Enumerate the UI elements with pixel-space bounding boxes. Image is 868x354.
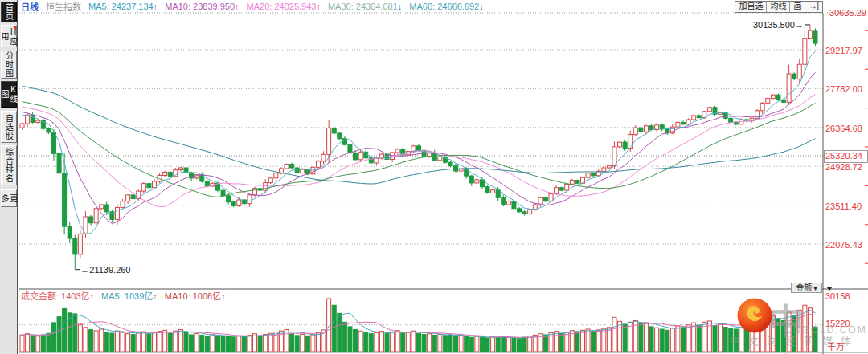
volume-bar [305, 336, 309, 352]
sidebar-tab-label: 综合排名 [5, 148, 14, 183]
ma-readout: MA60: 24666.692↓ [409, 2, 483, 11]
sidebar-tab-自选股[interactable]: 自选股 [1, 111, 17, 143]
volume-bar [342, 322, 346, 352]
volume-bar [750, 328, 754, 352]
sidebar-tab-更多[interactable]: 更多 [1, 189, 17, 207]
sidebar-tab-label: 首页 [5, 3, 14, 21]
candle-body [639, 128, 643, 132]
volume-bar [385, 333, 389, 352]
high-price-annotation: 30135.500→ [746, 20, 804, 30]
volume-bar [379, 332, 383, 352]
sidebar-tab-首页[interactable]: 首页 [1, 2, 17, 22]
sidebar-tab-label: K线图 [0, 82, 18, 107]
volume-bar [575, 332, 579, 352]
candle-body [321, 154, 326, 161]
candle-body [707, 108, 711, 112]
candle-body [68, 226, 72, 238]
sidebar-tab-分时图[interactable]: 分时图 [1, 51, 17, 79]
volume-bar [432, 335, 436, 352]
candle-body [618, 142, 622, 147]
collapse-panel-button[interactable]: →| [805, 2, 822, 12]
period-label[interactable]: 日线 [21, 0, 39, 13]
candle-body [592, 173, 596, 176]
price-axis-label: 23511.40 [825, 201, 862, 211]
draw-button[interactable]: 画 [789, 2, 805, 12]
candle-body [63, 173, 67, 226]
candle-body [469, 176, 473, 183]
candle-body [237, 200, 241, 205]
volume-bar [559, 333, 563, 352]
candle-body [375, 158, 379, 163]
volume-bar [285, 329, 289, 352]
volume-bar [375, 332, 379, 352]
candle-body [803, 39, 807, 65]
volume-bar [518, 339, 522, 352]
volume-bar [528, 336, 532, 352]
ma-readout: MA30: 24304.081↓ [328, 2, 402, 11]
volume-bar [729, 328, 733, 352]
candle-body [221, 190, 225, 196]
candle-body [485, 187, 489, 193]
candle-body [502, 197, 506, 205]
volume-bar [448, 335, 452, 352]
candle-body [36, 120, 40, 122]
volume-bar [465, 336, 469, 352]
candle-body [51, 132, 55, 153]
candle-body [163, 172, 167, 175]
sidebar-tab-K线图[interactable]: K线图 [1, 81, 17, 108]
ma-readout: MA10: 23839.950↑ [165, 2, 239, 11]
sidebar-tab-H应用[interactable]: H应用 [1, 25, 17, 47]
candle-body [290, 165, 294, 168]
candle-body [316, 161, 320, 167]
candle-body [178, 168, 182, 170]
price-axis-label: 22075.43 [825, 240, 862, 250]
price-axis-top-label: 30635.29 [825, 8, 866, 18]
volume-axis-max-label: 30158 [825, 291, 850, 301]
volume-bar [787, 312, 791, 352]
candle-body [670, 127, 674, 133]
amount-selector-label: 金额 [796, 283, 812, 292]
candle-body [100, 205, 104, 209]
dropdown-caret-icon: ▾ [812, 285, 817, 292]
volume-bar [596, 330, 600, 352]
volume-bar [713, 326, 717, 352]
candle-body [518, 209, 522, 212]
volume-bar [502, 336, 506, 352]
volume-bar [31, 336, 35, 352]
candle-body [395, 149, 399, 153]
volume-bar [665, 330, 669, 352]
price-marker-tag[interactable]: 25320.34 [824, 150, 868, 163]
candle-body [555, 188, 559, 194]
candle-body [559, 188, 563, 190]
volume-ma-readout: MA5: 1039亿↑ [101, 289, 158, 298]
volume-bar [438, 334, 442, 352]
volume-bar [205, 336, 209, 352]
low-price-annotation: ←21139.260 [80, 265, 130, 275]
volume-bar [242, 337, 246, 352]
sidebar-tab-综合排名[interactable]: 综合排名 [1, 145, 17, 185]
ma-readout: MA20: 24025.943↑ [247, 2, 321, 11]
candle-body [274, 173, 278, 178]
volume-bar [253, 334, 257, 352]
volume-axis-unit-label: 千万 [827, 340, 845, 352]
add-watchlist-button[interactable]: 加自选 [735, 2, 766, 12]
volume-bar [475, 336, 479, 352]
volume-bar [644, 323, 648, 352]
price-axis-label: 27782.00 [825, 84, 862, 94]
candle-body [512, 201, 516, 209]
candle-body [792, 74, 796, 79]
pane-collapse-arrow-icon[interactable] [826, 287, 833, 291]
volume-bar [682, 328, 686, 352]
amount-selector-button[interactable]: 金额 ▾ [791, 283, 822, 293]
price-axis-label: 29217.97 [825, 46, 862, 55]
candle-body [227, 196, 231, 202]
candle-body [231, 202, 235, 206]
ma-toggle-button[interactable]: 均线 [766, 2, 789, 12]
volume-bar [100, 329, 104, 352]
candle-body [31, 115, 35, 122]
candle-body [268, 178, 272, 183]
volume-bar [73, 314, 77, 352]
candle-body [692, 116, 696, 120]
volume-bar [739, 328, 743, 352]
volume-bar [512, 338, 516, 352]
